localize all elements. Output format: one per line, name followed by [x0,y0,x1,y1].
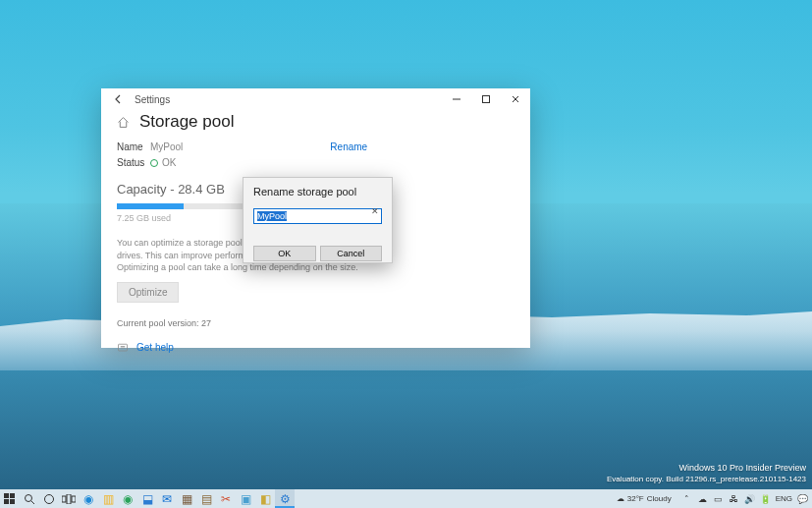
ok-button[interactable]: OK [253,246,316,261]
svg-rect-4 [10,493,15,498]
window-app-name: Settings [135,94,170,105]
status-label: Status [117,157,150,168]
home-icon[interactable] [117,116,130,129]
taskbar-app-snip[interactable]: ✂ [216,489,236,508]
status-ok-icon [150,159,158,167]
taskbar-app-generic2[interactable]: ▤ [196,489,216,508]
taskbar: ◉ ▥ ◉ ⬓ ✉ ▦ ▤ ✂ ▣ ◧ ⚙ ☁ 32°F Cloudy ˄ ☁ … [0,489,812,508]
windows-watermark: Windows 10 Pro Insider Preview Evaluatio… [607,463,806,484]
tray-meet-icon[interactable]: ▭ [713,494,725,504]
weather-icon: ☁ [617,494,624,503]
svg-point-9 [45,494,54,503]
maximize-button[interactable] [471,88,501,110]
taskbar-app-mail[interactable]: ✉ [157,489,177,508]
tray-notifications-icon[interactable]: 💬 [796,494,808,504]
clear-input-icon[interactable]: ✕ [371,206,379,216]
taskbar-app-store[interactable]: ⬓ [137,489,157,508]
svg-rect-12 [72,496,76,502]
svg-rect-10 [62,496,66,502]
svg-rect-11 [67,494,71,504]
back-button[interactable] [109,89,129,109]
tray-battery-icon[interactable]: 🔋 [760,494,772,504]
svg-point-7 [26,494,32,501]
svg-rect-1 [483,96,490,103]
page-title: Storage pool [139,112,234,132]
task-view-button[interactable] [59,489,79,508]
start-button[interactable] [0,489,20,508]
rename-link[interactable]: Rename [330,141,367,152]
taskbar-app-edge[interactable]: ◉ [79,489,98,508]
dialog-title: Rename storage pool [253,186,382,198]
taskbar-app-generic4[interactable]: ◧ [255,489,275,508]
optimize-button[interactable]: Optimize [117,282,179,303]
help-icon [117,342,129,354]
svg-line-8 [31,501,34,504]
get-help-link[interactable]: Get help [136,342,174,353]
search-button[interactable] [20,489,39,508]
name-value: MyPool [150,141,183,152]
taskbar-app-chrome[interactable]: ◉ [118,489,137,508]
taskbar-app-explorer[interactable]: ▥ [98,489,118,508]
taskbar-app-generic3[interactable]: ▣ [236,489,255,508]
rename-input[interactable] [253,208,382,224]
svg-rect-6 [10,499,15,504]
pool-version: Current pool version: 27 [117,318,514,328]
svg-rect-3 [4,493,9,498]
tray-language[interactable]: ENG [776,494,792,503]
close-button[interactable] [501,88,530,110]
tray-network-icon[interactable]: 🖧 [729,494,740,504]
taskbar-app-generic1[interactable]: ▦ [177,489,196,508]
status-value: OK [150,157,176,168]
taskbar-app-settings[interactable]: ⚙ [275,489,295,508]
minimize-button[interactable] [442,88,471,110]
taskbar-weather[interactable]: ☁ 32°F Cloudy [617,494,672,503]
window-titlebar: Settings [101,88,530,110]
svg-rect-5 [4,499,9,504]
cortana-button[interactable] [39,489,59,508]
tray-onedrive-icon[interactable]: ☁ [697,494,709,504]
rename-dialog: Rename storage pool ✕ OK Cancel [243,177,393,263]
tray-volume-icon[interactable]: 🔊 [744,494,756,504]
cancel-button[interactable]: Cancel [320,246,383,261]
name-label: Name [117,141,150,152]
tray-chevron-icon[interactable]: ˄ [681,494,693,504]
